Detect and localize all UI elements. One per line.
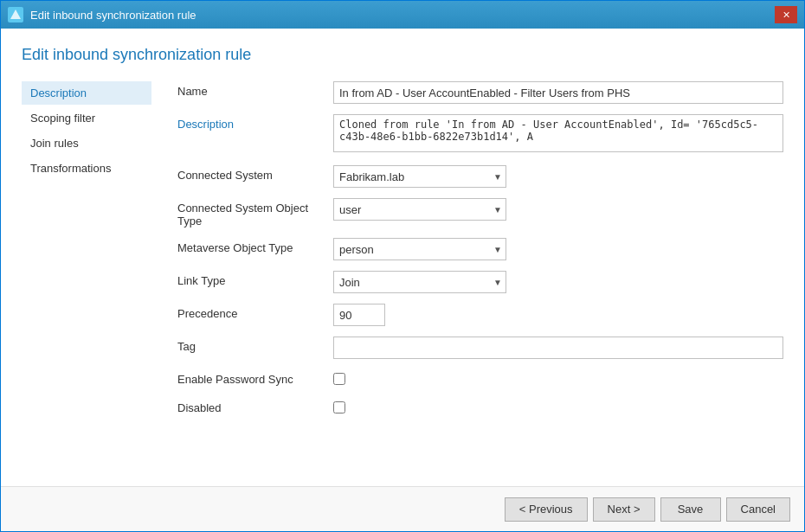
svg-marker-0 bbox=[10, 10, 21, 19]
cancel-button[interactable]: Cancel bbox=[726, 497, 790, 522]
mot-select[interactable]: person bbox=[334, 239, 506, 260]
mot-control: person ▼ bbox=[333, 238, 783, 260]
sidebar-item-transformations[interactable]: Transformations bbox=[22, 157, 151, 180]
connected-system-row: Connected System Fabrikam.lab ▼ bbox=[177, 165, 783, 188]
csot-label: Connected System Object Type bbox=[177, 198, 333, 228]
eps-row: Enable Password Sync bbox=[177, 369, 783, 388]
description-label: Description bbox=[177, 114, 333, 131]
eps-control bbox=[333, 369, 783, 388]
link-type-row: Link Type JoinProvision ▼ bbox=[177, 271, 783, 293]
connected-system-select[interactable]: Fabrikam.lab bbox=[334, 166, 506, 187]
tag-label: Tag bbox=[177, 337, 333, 353]
disabled-row: Disabled bbox=[177, 398, 783, 416]
connected-system-control: Fabrikam.lab ▼ bbox=[333, 165, 783, 188]
window-title: Edit inbound synchronization rule bbox=[30, 9, 196, 22]
link-type-label: Link Type bbox=[177, 271, 333, 287]
description-input[interactable]: Cloned from rule 'In from AD - User Acco… bbox=[333, 114, 783, 152]
title-bar-controls: ✕ bbox=[775, 6, 797, 23]
sidebar: Description Scoping filter Join rules Tr… bbox=[22, 81, 160, 472]
name-label: Name bbox=[177, 81, 333, 98]
disabled-control bbox=[333, 398, 783, 416]
tag-input[interactable] bbox=[333, 337, 783, 359]
title-bar: Edit inbound synchronization rule ✕ bbox=[1, 1, 804, 29]
name-input[interactable] bbox=[333, 81, 783, 104]
next-button[interactable]: Next > bbox=[593, 497, 655, 522]
csot-select[interactable]: user bbox=[334, 199, 506, 220]
mot-row: Metaverse Object Type person ▼ bbox=[177, 238, 783, 260]
eps-label: Enable Password Sync bbox=[177, 369, 333, 386]
close-button[interactable]: ✕ bbox=[775, 6, 797, 23]
precedence-input[interactable] bbox=[333, 304, 385, 326]
csot-control: user ▼ bbox=[333, 198, 783, 221]
content-area: Edit inbound synchronization rule Descri… bbox=[1, 29, 804, 486]
app-icon bbox=[8, 7, 23, 22]
csot-select-wrapper: user ▼ bbox=[333, 198, 506, 221]
title-bar-left: Edit inbound synchronization rule bbox=[8, 7, 196, 22]
connected-system-label: Connected System bbox=[177, 165, 333, 182]
disabled-checkbox[interactable] bbox=[333, 401, 345, 413]
footer: < Previous Next > Save Cancel bbox=[1, 486, 804, 531]
description-row: Description Cloned from rule 'In from AD… bbox=[177, 114, 783, 155]
link-type-select[interactable]: JoinProvision bbox=[334, 272, 506, 292]
main-layout: Description Scoping filter Join rules Tr… bbox=[22, 81, 783, 472]
sidebar-item-join-rules[interactable]: Join rules bbox=[22, 131, 151, 155]
name-control bbox=[333, 81, 783, 104]
mot-select-wrapper: person ▼ bbox=[333, 238, 506, 260]
connected-system-select-wrapper: Fabrikam.lab ▼ bbox=[333, 165, 506, 188]
form-area: Name Description Cloned from rule 'In fr… bbox=[160, 81, 783, 472]
name-row: Name bbox=[177, 81, 783, 104]
save-button[interactable]: Save bbox=[660, 497, 721, 522]
main-window: Edit inbound synchronization rule ✕ Edit… bbox=[0, 0, 805, 532]
link-type-control: JoinProvision ▼ bbox=[333, 271, 783, 293]
mot-label: Metaverse Object Type bbox=[177, 238, 333, 254]
link-type-select-wrapper: JoinProvision ▼ bbox=[333, 271, 506, 293]
disabled-label: Disabled bbox=[177, 398, 333, 414]
sidebar-item-description[interactable]: Description bbox=[22, 81, 151, 105]
page-title: Edit inbound synchronization rule bbox=[22, 46, 783, 64]
precedence-label: Precedence bbox=[177, 304, 333, 320]
tag-control bbox=[333, 337, 783, 359]
sidebar-item-scoping-filter[interactable]: Scoping filter bbox=[22, 106, 151, 130]
previous-button[interactable]: < Previous bbox=[505, 497, 588, 522]
description-control: Cloned from rule 'In from AD - User Acco… bbox=[333, 114, 783, 155]
precedence-control bbox=[333, 304, 783, 326]
csot-row: Connected System Object Type user ▼ bbox=[177, 198, 783, 228]
enable-password-sync-checkbox[interactable] bbox=[333, 373, 345, 385]
tag-row: Tag bbox=[177, 337, 783, 359]
precedence-row: Precedence bbox=[177, 304, 783, 326]
